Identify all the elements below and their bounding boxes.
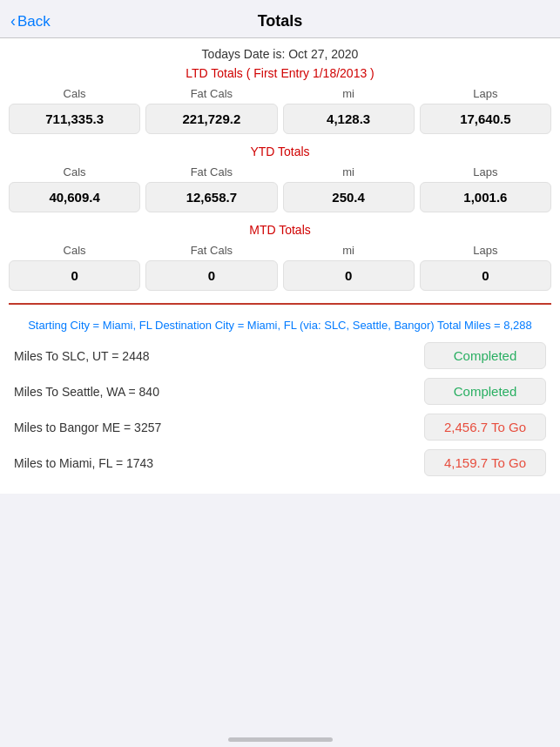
section-divider [9, 303, 551, 305]
milestone-row-2: Miles to Bangor ME = 3257 2,456.7 To Go [14, 414, 546, 441]
ltd-values: 711,335.3 221,729.2 4,128.3 17,640.5 [9, 104, 551, 134]
ytd-section: Cals Fat Cals mi Laps 40,609.4 12,658.7 … [0, 162, 560, 219]
date-line: Todays Date is: Oct 27, 2020 [0, 38, 560, 63]
mtd-values: 0 0 0 0 [9, 260, 551, 291]
ltd-mi-value: 4,128.3 [283, 104, 415, 134]
milestone-label-1: Miles To Seattle, WA = 840 [14, 385, 159, 399]
milestone-status-1: Completed [424, 378, 546, 405]
mtd-header-fatcals: Fat Cals [145, 244, 277, 257]
ytd-header-mi: mi [283, 165, 415, 178]
mtd-headers: Cals Fat Cals mi Laps [9, 240, 551, 260]
ltd-cals-value: 711,335.3 [9, 104, 140, 134]
back-chevron-icon: ‹ [10, 12, 16, 30]
milestone-label-0: Miles To SLC, UT = 2448 [14, 349, 150, 363]
mtd-header-mi: mi [283, 244, 415, 257]
back-label: Back [17, 13, 51, 30]
ltd-headers: Cals Fat Cals mi Laps [9, 84, 551, 104]
mtd-fatcals-value: 0 [145, 260, 277, 291]
mtd-header-laps: Laps [420, 244, 551, 257]
ltd-fatcals-value: 221,729.2 [145, 104, 277, 134]
header: ‹ Back Totals [0, 0, 560, 38]
milestone-label-3: Miles to Miami, FL = 1743 [14, 456, 153, 470]
route-section: Starting City = Miami, FL Destination Ci… [0, 310, 560, 494]
ytd-link[interactable]: YTD Totals [0, 141, 560, 162]
milestone-row-3: Miles to Miami, FL = 1743 4,159.7 To Go [14, 449, 546, 476]
milestone-status-0: Completed [424, 342, 546, 369]
milestone-row-1: Miles To Seattle, WA = 840 Completed [14, 378, 546, 405]
back-button[interactable]: ‹ Back [10, 12, 51, 30]
home-indicator [228, 737, 333, 742]
ytd-headers: Cals Fat Cals mi Laps [9, 162, 551, 182]
main-content: Todays Date is: Oct 27, 2020 LTD Totals … [0, 38, 560, 494]
milestone-status-3: 4,159.7 To Go [424, 449, 546, 476]
mtd-cals-value: 0 [9, 260, 140, 291]
ltd-header-cals: Cals [9, 87, 140, 100]
ytd-header-fatcals: Fat Cals [145, 165, 277, 178]
ytd-values: 40,609.4 12,658.7 250.4 1,001.6 [9, 182, 551, 212]
route-title: Starting City = Miami, FL Destination Ci… [14, 319, 546, 332]
ltd-header-laps: Laps [420, 87, 551, 100]
page-title: Totals [258, 12, 303, 30]
ltd-link[interactable]: LTD Totals ( First Entry 1/18/2013 ) [0, 63, 560, 84]
ytd-cals-value: 40,609.4 [9, 182, 140, 212]
ytd-laps-value: 1,001.6 [420, 182, 551, 212]
ytd-header-laps: Laps [420, 165, 551, 178]
mtd-link[interactable]: MTD Totals [0, 219, 560, 240]
ltd-laps-value: 17,640.5 [420, 104, 551, 134]
ltd-section: Cals Fat Cals mi Laps 711,335.3 221,729.… [0, 84, 560, 141]
milestone-label-2: Miles to Bangor ME = 3257 [14, 421, 161, 434]
ytd-fatcals-value: 12,658.7 [145, 182, 277, 212]
mtd-laps-value: 0 [420, 260, 551, 291]
ltd-header-mi: mi [283, 87, 415, 100]
milestone-status-2: 2,456.7 To Go [424, 414, 546, 441]
ytd-header-cals: Cals [9, 165, 140, 178]
milestone-row-0: Miles To SLC, UT = 2448 Completed [14, 342, 546, 369]
mtd-header-cals: Cals [9, 244, 140, 257]
ytd-mi-value: 250.4 [283, 182, 415, 212]
ltd-header-fatcals: Fat Cals [145, 87, 277, 100]
mtd-mi-value: 0 [283, 260, 415, 291]
mtd-section: Cals Fat Cals mi Laps 0 0 0 0 [0, 240, 560, 298]
